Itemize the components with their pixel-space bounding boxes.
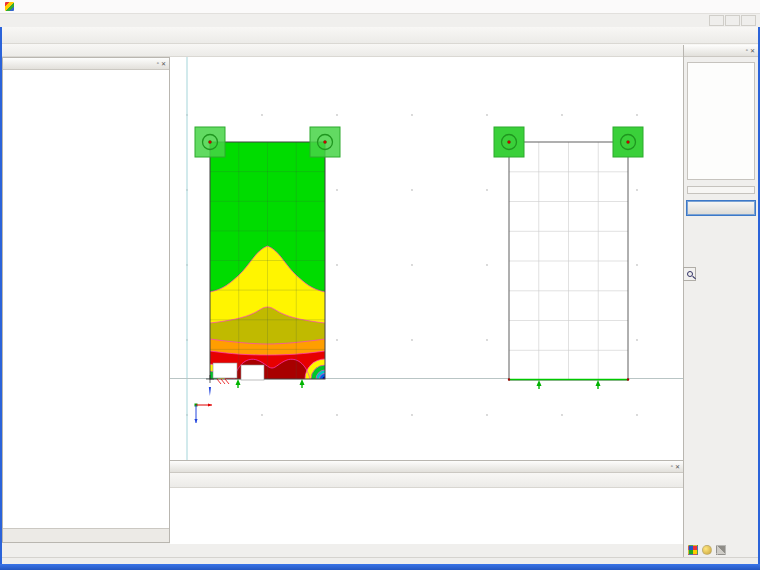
table-close-icon[interactable]: ✕ [675, 463, 680, 470]
navigator-title-bar: ▫ ✕ [3, 58, 169, 70]
close-button[interactable] [737, 0, 760, 13]
table-title-bar: ▫ ✕ [170, 461, 683, 473]
edit-toolbar [2, 44, 758, 57]
table-pin-icon[interactable]: ▫ [671, 463, 673, 470]
color-legend [687, 62, 755, 180]
mdi-minimize-button[interactable] [709, 15, 724, 26]
panel-display-icon[interactable] [716, 545, 726, 555]
navigator-pin-icon[interactable]: ▫ [157, 60, 159, 67]
app-icon [5, 2, 14, 11]
minimize-button[interactable] [691, 0, 714, 13]
status-bar [2, 557, 758, 564]
rf-glas-button[interactable] [687, 201, 755, 215]
panel-options-icon[interactable] [702, 545, 712, 555]
mdi-controls [708, 15, 756, 26]
graphic-area[interactable] [170, 57, 683, 460]
table-grid [170, 488, 683, 544]
panel-close-icon[interactable]: ✕ [750, 47, 755, 54]
panel-subtitle-2 [684, 58, 758, 59]
table-toolbar [170, 473, 683, 488]
table-dock: ▫ ✕ [170, 460, 683, 557]
contour-surface [210, 142, 325, 379]
title-bar [0, 0, 760, 14]
panel-title-bar: ▫ ✕ [684, 45, 758, 57]
navigator-tabs [3, 528, 169, 542]
menu-bar [0, 14, 760, 27]
results-panel: ▫ ✕ [683, 45, 758, 557]
panel-bottom-icons [684, 543, 758, 557]
wireframe-surface [508, 142, 629, 389]
model-view [170, 57, 683, 460]
panel-zoom-button[interactable] [683, 267, 696, 281]
main-toolbar [2, 27, 758, 44]
maxmin-box [687, 186, 755, 194]
project-navigator: ▫ ✕ [2, 57, 170, 543]
navigator-tree [3, 70, 169, 528]
mdi-close-button[interactable] [741, 15, 756, 26]
mdi-restore-button[interactable] [725, 15, 740, 26]
panel-colors-icon[interactable] [688, 545, 698, 555]
window-border-left [0, 27, 2, 570]
table-tabs [170, 544, 683, 557]
navigator-close-icon[interactable]: ✕ [161, 60, 166, 67]
rfem-window: ▫ ✕ [0, 0, 760, 570]
maximize-button[interactable] [714, 0, 737, 13]
magnifier-icon [687, 271, 693, 277]
panel-pin-icon[interactable]: ▫ [746, 47, 748, 54]
window-border-bottom [0, 564, 760, 570]
